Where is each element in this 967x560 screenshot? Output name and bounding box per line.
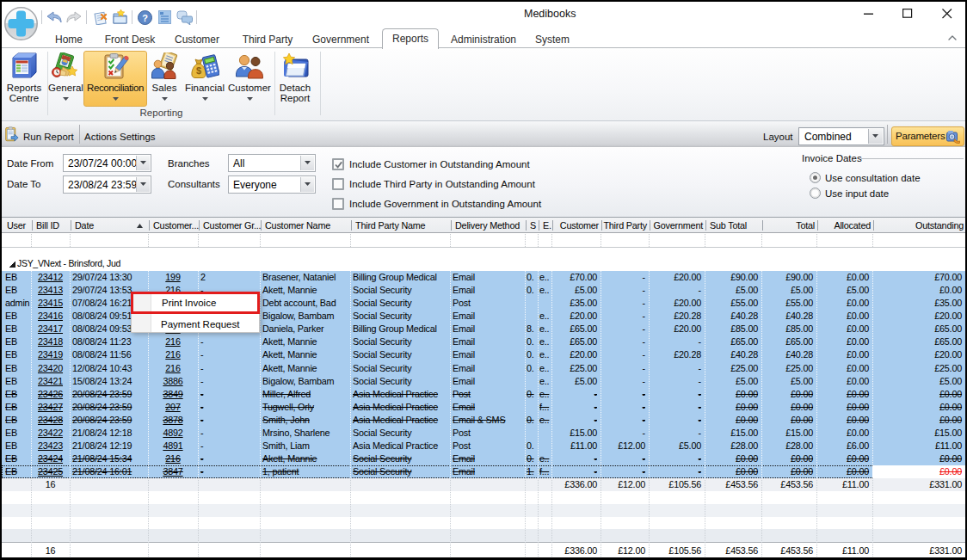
svg-text:$: $ [196, 65, 201, 76]
svg-text:?: ? [142, 13, 148, 23]
